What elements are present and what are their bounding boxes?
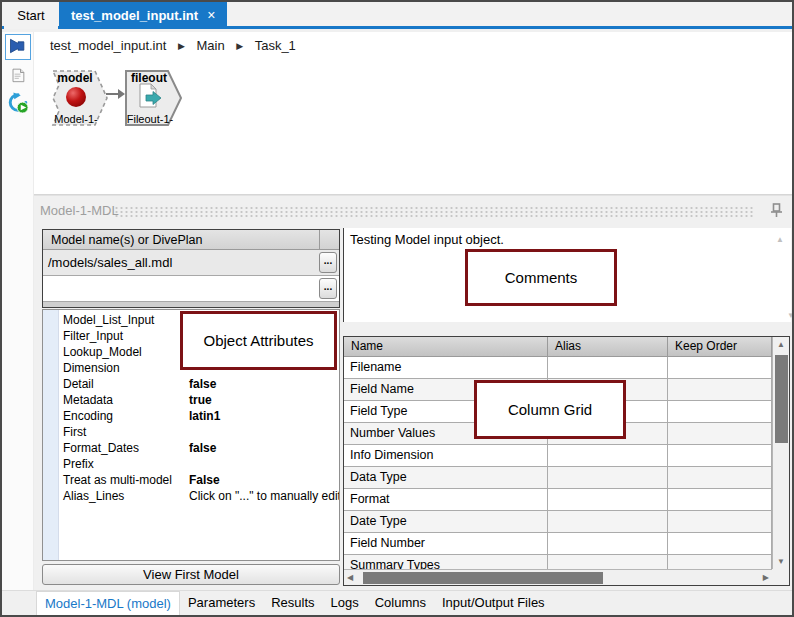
scroll-left-icon[interactable]: ◀ [347,573,353,582]
flow-arrow-icon [106,88,126,103]
horizontal-scroll-thumb[interactable] [363,572,603,584]
scroll-down-icon[interactable]: ▼ [777,557,785,566]
attribute-label: Encoding [63,408,113,424]
tab-model-1-mdl[interactable]: Model-1-MDL (model) [36,591,180,615]
close-icon[interactable]: × [207,7,215,23]
pin-icon[interactable] [771,203,782,221]
node-model[interactable]: model Model-1- [50,70,108,126]
attribute-value[interactable]: False [189,472,220,488]
vertical-scrollbar[interactable]: ▲ ▼ [772,337,789,569]
attribute-row[interactable]: Encoding latin1 [60,408,339,424]
attribute-label: Treat as multi-model [63,472,172,488]
table-row[interactable]: Date Type [344,511,772,533]
attribute-value[interactable]: latin1 [189,408,220,424]
model-path-row[interactable]: /models/sales_all.mdl ... [43,250,339,276]
cell-keep-order[interactable] [668,489,772,511]
scroll-right-icon[interactable]: ▶ [763,573,769,582]
comments-scrollbar[interactable]: ▲ ▼ [776,230,790,320]
annotation-column-grid: Column Grid [474,380,626,439]
cell-name[interactable]: Field Number [344,533,548,555]
cell-name[interactable]: Format [344,489,548,511]
cell-alias[interactable] [548,467,668,489]
table-row[interactable]: Summary Types [344,555,772,569]
cell-name[interactable]: Info Dimension [344,445,548,467]
attribute-row[interactable]: Metadata true [60,392,339,408]
cell-keep-order[interactable] [668,379,772,401]
attribute-row[interactable]: First [60,424,339,440]
cell-keep-order[interactable] [668,555,772,569]
table-row[interactable]: Filename [344,357,772,379]
table-row[interactable]: Field Number [344,533,772,555]
annotation-label: Comments [505,269,578,286]
cell-keep-order[interactable] [668,511,772,533]
node-fileout[interactable]: fileout Fileout-1- [124,70,182,126]
attribute-value[interactable]: true [189,392,212,408]
view-first-model-button[interactable]: View First Model [42,564,340,585]
model-name-grid: Model name(s) or DivePlan /models/sales_… [42,229,340,308]
script-tool-button[interactable] [6,64,30,88]
scroll-up-icon[interactable]: ▲ [777,340,785,349]
cell-name[interactable]: Filename [344,357,548,379]
cell-keep-order[interactable] [668,401,772,423]
attribute-label: Filter_Input [63,328,123,344]
breadcrumb-item-task[interactable]: Task_1 [255,38,296,53]
attribute-row[interactable]: Detail false [60,376,339,392]
flow-canvas[interactable]: model Model-1- fileout Fileout-1- [34,59,794,195]
cell-name[interactable]: Summary Types [344,555,548,569]
cell-name[interactable]: Data Type [344,467,548,489]
run-history-icon [7,92,29,117]
cell-keep-order[interactable] [668,357,772,379]
cell-alias[interactable] [548,489,668,511]
cell-keep-order[interactable] [668,467,772,489]
attribute-value[interactable]: Click on "..." to manually edit the [189,488,339,504]
production-tool-button[interactable] [5,34,31,60]
vertical-scroll-thumb[interactable] [775,355,788,443]
tab-results[interactable]: Results [263,591,322,615]
cell-alias[interactable] [548,511,668,533]
column-grid: Name Alias Keep Order Filename Field Nam… [343,336,790,586]
tab-input-output-files[interactable]: Input/Output Files [434,591,553,615]
column-header-keep-order[interactable]: Keep Order [668,337,772,357]
browse-button[interactable]: ... [319,278,337,299]
attribute-label: Dimension [63,360,120,376]
tab-columns[interactable]: Columns [367,591,434,615]
comments-text: Testing Model input object. [350,232,504,247]
attribute-label: Detail [63,376,94,392]
attribute-row[interactable]: Treat as multi-model False [60,472,339,488]
cell-alias[interactable] [548,445,668,467]
annotation-label: Object Attributes [203,332,313,349]
run-history-tool-button[interactable] [6,92,30,116]
cell-alias[interactable] [548,357,668,379]
tab-parameters[interactable]: Parameters [180,591,263,615]
cell-keep-order[interactable] [668,445,772,467]
column-header-alias[interactable]: Alias [548,337,668,357]
model-path-row-empty[interactable]: ... [43,276,339,302]
table-row[interactable]: Format [344,489,772,511]
scroll-down-icon[interactable]: ▼ [784,311,794,320]
cell-keep-order[interactable] [668,423,772,445]
cell-keep-order[interactable] [668,533,772,555]
tab-test-model-input[interactable]: test_model_input.int× [59,2,227,29]
horizontal-scrollbar[interactable]: ◀ ▶ [344,569,772,585]
annotation-comments: Comments [465,249,617,306]
tab-logs[interactable]: Logs [323,591,367,615]
breadcrumb-item-main[interactable]: Main [197,38,225,53]
attribute-row[interactable]: Prefix [60,456,339,472]
cell-name[interactable]: Date Type [344,511,548,533]
breadcrumb-item-file[interactable]: test_model_input.int [50,38,166,53]
panel-title: Model-1-MDL [40,196,119,225]
scroll-up-icon[interactable]: ▲ [776,235,784,244]
model-path-value[interactable]: /models/sales_all.mdl [48,250,172,275]
attribute-value[interactable]: false [189,376,216,392]
browse-button[interactable]: ... [319,252,337,273]
tab-start[interactable]: Start [4,2,58,29]
attribute-row[interactable]: Format_Dates false [60,440,339,456]
table-row[interactable]: Info Dimension [344,445,772,467]
cell-alias[interactable] [548,533,668,555]
column-header-name[interactable]: Name [344,337,548,357]
attribute-value[interactable]: false [189,440,216,456]
attribute-row[interactable]: Alias_Lines Click on "..." to manually e… [60,488,339,504]
attribute-label: Format_Dates [63,440,139,456]
cell-alias[interactable] [548,555,668,569]
table-row[interactable]: Data Type [344,467,772,489]
